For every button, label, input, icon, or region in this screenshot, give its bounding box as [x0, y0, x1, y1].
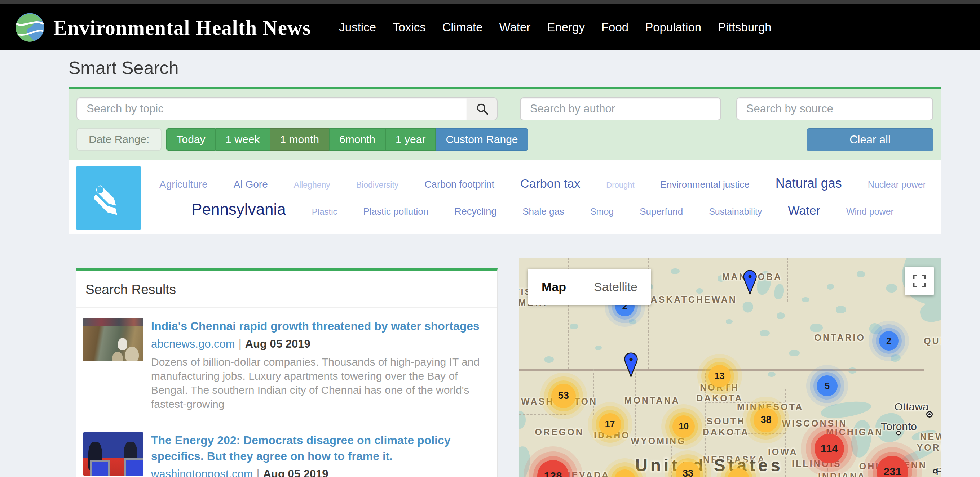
city-label-ottawa: Ottawa — [894, 401, 929, 413]
date-option-6month[interactable]: 6month — [329, 128, 385, 151]
meta-separator: | — [239, 338, 242, 350]
lake — [810, 323, 823, 332]
result-date: Aug 05 2019 — [245, 338, 310, 350]
map-cluster-10[interactable]: 10 — [673, 415, 695, 438]
meta-separator: | — [257, 467, 259, 477]
author-search-input[interactable] — [520, 97, 721, 120]
tag-carbon-footprint[interactable]: Carbon footprint — [425, 179, 494, 190]
ehn-globe-logo-icon — [14, 12, 45, 43]
nav-link-water[interactable]: Water — [500, 21, 531, 34]
brand-title: Environmental Health News — [53, 16, 311, 39]
nav-link-pittsburgh[interactable]: Pittsburgh — [718, 21, 772, 34]
map-fullscreen-button[interactable] — [905, 266, 934, 295]
map-cluster-114[interactable]: 114 — [815, 434, 844, 463]
tag-al-gore[interactable]: Al Gore — [234, 179, 268, 190]
map-label-new-york: NEW YORK — [916, 431, 941, 453]
tag-smog[interactable]: Smog — [590, 206, 614, 217]
lake — [696, 288, 703, 294]
search-button[interactable] — [467, 97, 498, 120]
fullscreen-icon — [911, 273, 928, 289]
results-list: India's Chennai rapid growth threatened … — [76, 308, 497, 477]
tag-nuclear-power[interactable]: Nuclear power — [868, 179, 926, 190]
tag-water[interactable]: Water — [788, 204, 820, 218]
window-top-strip — [0, 0, 980, 4]
tag-sustainability[interactable]: Sustainability — [709, 206, 762, 217]
date-option-1-month[interactable]: 1 month — [270, 128, 329, 151]
tag-plastic[interactable]: Plastic — [312, 207, 337, 217]
cnn-debate-photo — [83, 432, 143, 475]
nav-links: JusticeToxicsClimateWaterEnergyFoodPopul… — [339, 21, 771, 34]
date-option-custom-range[interactable]: Custom Range — [436, 128, 528, 151]
date-option-today[interactable]: Today — [166, 128, 215, 151]
map-label-quebec: QUEBEC — [924, 335, 941, 346]
nav-link-justice[interactable]: Justice — [339, 21, 376, 34]
search-inputs-row — [76, 97, 933, 120]
nav-link-population[interactable]: Population — [645, 21, 701, 34]
main-navbar: Environmental Health News JusticeToxicsC… — [0, 4, 980, 51]
map-cluster-53[interactable]: 53 — [551, 384, 576, 408]
lake — [519, 445, 532, 477]
results-map[interactable]: MANITOBABRITISH COLUMBIASASKATCHEWANONTA… — [519, 258, 941, 477]
tag-cloud-panel: AgricultureAl GoreAlleghenyBiodiversityC… — [68, 160, 941, 234]
tag-recycling[interactable]: Recycling — [454, 206, 496, 217]
lake — [886, 284, 897, 293]
map-cluster-13[interactable]: 13 — [708, 365, 731, 387]
map-view-button[interactable]: Map — [528, 269, 580, 305]
map-border — [787, 258, 788, 301]
tag-cloud: AgricultureAl GoreAlleghenyBiodiversityC… — [152, 160, 934, 234]
tag-natural-gas[interactable]: Natural gas — [776, 176, 842, 191]
montana-border-pin[interactable] — [623, 352, 639, 379]
tag-shale-gas[interactable]: Shale gas — [522, 206, 564, 217]
map-cluster-5[interactable]: 5 — [817, 376, 838, 396]
tag-allegheny[interactable]: Allegheny — [294, 180, 330, 190]
clear-all-button[interactable]: Clear all — [807, 128, 933, 151]
nav-link-food[interactable]: Food — [601, 21, 628, 34]
lake — [850, 419, 873, 458]
result-title-link[interactable]: India's Chennai rapid growth threatened … — [151, 318, 487, 334]
nav-link-climate[interactable]: Climate — [442, 21, 483, 34]
map-label-oregon: OREGON — [535, 426, 584, 437]
map-cluster-17[interactable]: 17 — [599, 413, 621, 436]
lake — [726, 319, 733, 324]
date-option-1-week[interactable]: 1 week — [216, 128, 270, 151]
tag-carbon-tax[interactable]: Carbon tax — [520, 176, 580, 190]
results-heading: Search Results — [76, 271, 497, 307]
result-body: The Energy 202: Democrats disagree on cl… — [151, 432, 487, 477]
search-results-panel: Search Results India's Chennai rapid gro… — [76, 268, 498, 477]
tag-plastic-pollution[interactable]: Plastic pollution — [363, 206, 429, 217]
tag-agriculture[interactable]: Agriculture — [159, 179, 208, 190]
tag-row: AgricultureAl GoreAlleghenyBiodiversityC… — [152, 176, 934, 191]
tag-superfund[interactable]: Superfund — [640, 206, 683, 217]
result-source-link[interactable]: washingtonpost.com — [151, 467, 253, 477]
lake — [891, 354, 900, 362]
lake — [773, 283, 784, 300]
result-body: India's Chennai rapid growth threatened … — [151, 318, 487, 411]
satellite-view-button[interactable]: Satellite — [580, 269, 651, 305]
tag-pennsylvania[interactable]: Pennsylvania — [191, 200, 286, 218]
map-cluster-2[interactable]: 2 — [879, 331, 899, 350]
nav-link-energy[interactable]: Energy — [547, 21, 585, 34]
map-border — [593, 369, 594, 415]
date-range-options: Today1 week1 month6month1 yearCustom Ran… — [166, 128, 528, 151]
map-border — [718, 258, 718, 369]
tag-environmental-justice[interactable]: Environmental justice — [660, 179, 749, 190]
date-option-1-year[interactable]: 1 year — [385, 128, 436, 151]
tag-row: PennsylvaniaPlasticPlastic pollutionRecy… — [152, 200, 934, 218]
result-title-link[interactable]: The Energy 202: Democrats disagree on cl… — [151, 432, 487, 464]
nav-link-toxics[interactable]: Toxics — [393, 21, 426, 34]
tag-wind-power[interactable]: Wind power — [846, 206, 894, 217]
result-source-link[interactable]: abcnews.go.com — [151, 338, 235, 350]
result-description: Dozens of billion-dollar companies. Thou… — [151, 355, 487, 411]
topic-search-input[interactable] — [76, 97, 467, 120]
result-date: Aug 05 2019 — [263, 467, 328, 477]
manitoba-pin[interactable] — [742, 269, 758, 297]
map-cluster-128[interactable]: 128 — [537, 460, 569, 477]
brand[interactable]: Environmental Health News — [14, 12, 311, 43]
tag-drought[interactable]: Drought — [606, 181, 634, 190]
tag-biodiversity[interactable]: Biodiversity — [356, 180, 399, 190]
source-search-input[interactable] — [736, 97, 933, 120]
lake — [857, 271, 865, 277]
map-cluster-edge[interactable] — [614, 469, 636, 477]
map-cluster-38[interactable]: 38 — [754, 408, 778, 432]
lake — [570, 323, 578, 329]
